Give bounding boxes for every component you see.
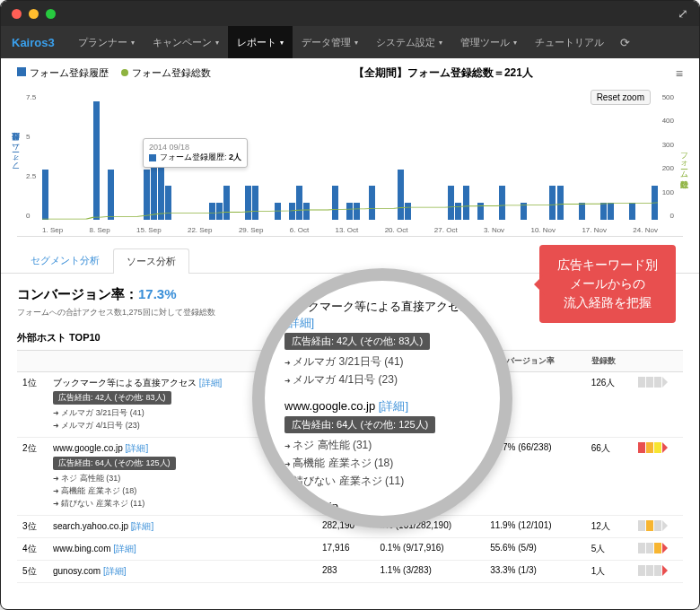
- nav-item[interactable]: データ管理▾: [293, 26, 367, 58]
- chart-legend: フォーム登録履歴 フォーム登録総数: [17, 66, 211, 80]
- nav-item[interactable]: レポート▾: [228, 26, 293, 58]
- mag-host-2: www.google.co.jp [詳細]: [284, 398, 480, 414]
- chart-menu-icon[interactable]: ≡: [676, 66, 683, 81]
- maximize-icon[interactable]: [46, 9, 56, 19]
- heat-indicator: [638, 520, 668, 531]
- detail-link[interactable]: [詳細]: [199, 378, 223, 388]
- tooltip-series: フォーム登録履歴:: [160, 152, 227, 161]
- mag-pill-1: 広告経由: 42人 (その他: 83人): [284, 333, 430, 350]
- chart[interactable]: フォーム登録履歴 フォーム登録総数 7.552.50 5004003002001…: [17, 84, 683, 237]
- main-nav: Kairos3 プランナー▾キャンペーン▾レポート▾データ管理▾システム設定▾管…: [1, 26, 699, 58]
- legend-bar-icon: [17, 67, 26, 76]
- y-axis-right-label: フォーム登録総数: [678, 147, 690, 174]
- chart-title: 【全期間】フォーム登録総数＝221人: [354, 65, 533, 81]
- legend-bar-label: フォーム登録履歴: [30, 67, 109, 78]
- legend-line-icon: [121, 69, 128, 76]
- brand-logo[interactable]: Kairos3: [12, 36, 55, 49]
- chart-tooltip: 2014 09/18 フォーム登録履歴: 2人: [143, 138, 248, 168]
- titlebar: ⤢: [1, 1, 699, 26]
- heat-indicator: [638, 377, 668, 388]
- detail-link[interactable]: [詳細]: [131, 521, 154, 531]
- tooltip-series-icon: [149, 154, 156, 161]
- mag-pill-2: 広告経由: 64人 (その他: 125人): [284, 416, 435, 433]
- expand-icon[interactable]: ⤢: [678, 6, 688, 21]
- nav-item[interactable]: 管理ツール▾: [451, 26, 526, 58]
- detail-link[interactable]: [詳細]: [284, 316, 314, 329]
- chart-area: フォーム登録履歴 フォーム登録総数 【全期間】フォーム登録総数＝221人 ≡ フ…: [1, 58, 699, 240]
- chart-plot: [42, 93, 658, 220]
- nav-item[interactable]: チュートリアル: [526, 26, 613, 58]
- minimize-icon[interactable]: [29, 9, 39, 19]
- tooltip-value: 2人: [229, 152, 241, 161]
- mag-host-1: ブックマーク等による直接アクセス [詳細]: [284, 299, 480, 331]
- col-registrations: 登録数: [586, 351, 633, 372]
- table-row: 4位www.bing.com [詳細]17,9160.1% (9/17,916)…: [17, 538, 683, 561]
- nav-item[interactable]: キャンペーン▾: [144, 26, 228, 58]
- tooltip-date: 2014 09/18: [149, 143, 241, 152]
- y-axis-right-ticks: 5004003002001000: [662, 93, 674, 220]
- detail-link[interactable]: [詳細]: [379, 399, 408, 413]
- annotation-callout: 広告キーワード別 メールからの 流入経路を把握: [539, 245, 676, 323]
- tab-source[interactable]: ソース分析: [113, 248, 189, 274]
- close-icon[interactable]: [12, 9, 22, 19]
- table-row: 5位gunosy.com [詳細]2831.1% (3/283)33.3% (1…: [17, 561, 683, 583]
- heat-indicator: [638, 442, 668, 453]
- magnifier-overlay: ブックマーク等による直接アクセス [詳細] 広告経由: 42人 (その他: 83…: [252, 268, 512, 528]
- nav-item[interactable]: システム設定▾: [367, 26, 451, 58]
- tab-segment[interactable]: セグメント分析: [17, 248, 113, 273]
- heat-indicator: [638, 543, 668, 553]
- detail-link[interactable]: [詳細]: [126, 443, 149, 453]
- detail-link[interactable]: [詳細]: [113, 544, 136, 553]
- nav-item[interactable]: プランナー▾: [69, 26, 144, 58]
- legend-line-label: フォーム登録総数: [132, 67, 211, 78]
- x-axis-ticks: 1. Sep8. Sep15. Sep22. Sep29. Sep6. Oct1…: [42, 226, 658, 234]
- detail-link[interactable]: [詳細]: [103, 566, 127, 576]
- heat-indicator: [638, 565, 668, 576]
- y-axis-left-label: フォーム登録履歴: [10, 147, 22, 174]
- app-window: ⤢ Kairos3 プランナー▾キャンペーン▾レポート▾データ管理▾システム設定…: [0, 0, 700, 610]
- reload-icon[interactable]: ⟳: [620, 36, 630, 49]
- y-axis-left-ticks: 7.552.50: [26, 93, 36, 220]
- traffic-lights: [12, 9, 56, 19]
